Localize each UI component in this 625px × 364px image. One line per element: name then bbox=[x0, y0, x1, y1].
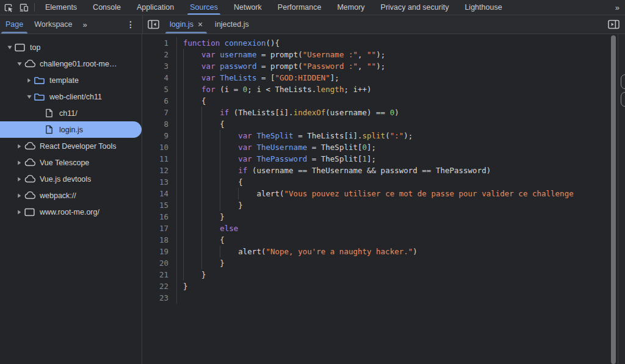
code-line[interactable]: 14alert("Vous pouvez utiliser ce mot de … bbox=[142, 188, 609, 199]
code-line[interactable]: 9var TheSplit = TheLists[i].split(":"); bbox=[142, 130, 609, 141]
line-number[interactable]: 16 bbox=[142, 211, 177, 223]
navigator-menu-button[interactable]: ⋮ bbox=[119, 15, 142, 34]
tree-collapsed-arrow-icon[interactable] bbox=[15, 209, 24, 215]
line-number[interactable]: 8 bbox=[142, 118, 177, 130]
code-line[interactable]: 21} bbox=[142, 269, 609, 280]
line-number[interactable]: 18 bbox=[142, 234, 177, 246]
code-line[interactable]: 19alert("Nope, you're a naughty hacker."… bbox=[142, 246, 609, 257]
code-line[interactable]: 18{ bbox=[142, 234, 609, 246]
line-number[interactable]: 13 bbox=[142, 176, 177, 188]
tree-expanded-arrow-icon[interactable] bbox=[24, 94, 34, 99]
tab-sources[interactable]: Sources bbox=[182, 0, 226, 15]
code-line[interactable]: 3var password = prompt("Password :", "")… bbox=[142, 60, 609, 72]
tab-lighthouse[interactable]: Lighthouse bbox=[457, 0, 510, 15]
tab-network[interactable]: Network bbox=[226, 0, 270, 15]
code-line[interactable]: 4var TheLists = ["GOD:HIDDEN"]; bbox=[142, 72, 609, 84]
code-line[interactable]: 2var username = prompt("Username :", "")… bbox=[142, 49, 609, 60]
indent-guides bbox=[183, 165, 238, 176]
code-line[interactable]: 13{ bbox=[142, 176, 609, 188]
folder-icon bbox=[34, 76, 45, 85]
code-line[interactable]: 15} bbox=[142, 199, 609, 211]
tree-expanded-arrow-icon[interactable] bbox=[15, 61, 24, 66]
tree-item-label: login.js bbox=[59, 126, 83, 134]
line-number[interactable]: 21 bbox=[142, 269, 177, 280]
editor-tab-injected-js[interactable]: injected.js bbox=[209, 15, 255, 34]
line-number[interactable]: 14 bbox=[142, 188, 177, 199]
tree-item-vue-js-devtools[interactable]: Vue.js devtools bbox=[0, 171, 142, 187]
tab-elements[interactable]: Elements bbox=[37, 0, 85, 15]
code-line[interactable]: 23 bbox=[142, 292, 609, 304]
tree-collapsed-arrow-icon[interactable] bbox=[15, 176, 24, 182]
tree-item-vue-telescope[interactable]: Vue Telescope bbox=[0, 154, 142, 171]
tree-item-ch11[interactable]: ch11/ bbox=[0, 105, 142, 121]
scrollbar-thumb[interactable] bbox=[611, 35, 616, 364]
navigator-tab-workspace[interactable]: Workspace bbox=[29, 15, 78, 34]
line-number[interactable]: 1 bbox=[142, 37, 177, 49]
tree-item-webpack[interactable]: webpack:// bbox=[0, 187, 142, 204]
code-line[interactable]: 12if (username == TheUsername && passwor… bbox=[142, 165, 609, 176]
code-line[interactable]: 20} bbox=[142, 257, 609, 269]
code-line[interactable]: 8{ bbox=[142, 118, 609, 130]
tree-collapsed-arrow-icon[interactable] bbox=[15, 143, 24, 149]
line-number[interactable]: 12 bbox=[142, 165, 177, 176]
line-number[interactable]: 23 bbox=[142, 292, 177, 304]
code-line[interactable]: 5for (i = 0; i < TheLists.length; i++) bbox=[142, 84, 609, 95]
line-number[interactable]: 19 bbox=[142, 246, 177, 257]
more-panels-button[interactable]: » bbox=[609, 0, 625, 15]
line-number[interactable]: 20 bbox=[142, 257, 177, 269]
tree-collapsed-arrow-icon[interactable] bbox=[15, 160, 24, 166]
line-number[interactable]: 6 bbox=[142, 95, 177, 107]
file-icon bbox=[43, 109, 55, 118]
line-number[interactable]: 11 bbox=[142, 153, 177, 165]
device-toolbar-icon[interactable] bbox=[16, 0, 32, 15]
toggle-navigator-sidebar-icon[interactable] bbox=[143, 15, 164, 34]
line-number[interactable]: 2 bbox=[142, 49, 177, 60]
code-editor[interactable]: 1function connexion(){2var username = pr… bbox=[142, 34, 609, 364]
editor-tab-login-js[interactable]: login.js× bbox=[164, 15, 209, 34]
close-tab-icon[interactable]: × bbox=[198, 20, 203, 29]
navigator-tab-page[interactable]: Page bbox=[0, 15, 29, 34]
navigator-tab-strip: PageWorkspace bbox=[0, 15, 78, 34]
line-number[interactable]: 4 bbox=[142, 72, 177, 84]
line-number[interactable]: 22 bbox=[142, 280, 177, 292]
folder-icon bbox=[34, 93, 45, 101]
tree-collapsed-arrow-icon[interactable] bbox=[24, 77, 34, 84]
more-navigator-tabs-button[interactable]: » bbox=[78, 15, 92, 34]
code-line[interactable]: 6{ bbox=[142, 95, 609, 107]
tab-performance[interactable]: Performance bbox=[270, 0, 330, 15]
tab-console[interactable]: Console bbox=[85, 0, 129, 15]
code-line[interactable]: 11var ThePassword = TheSplit[1]; bbox=[142, 153, 609, 165]
line-number[interactable]: 9 bbox=[142, 130, 177, 141]
tab-memory[interactable]: Memory bbox=[329, 0, 372, 15]
tab-application[interactable]: Application bbox=[129, 0, 182, 15]
tree-item-label: template bbox=[49, 76, 79, 85]
editor-scrollbar[interactable] bbox=[609, 34, 618, 364]
line-number[interactable]: 7 bbox=[142, 107, 177, 118]
code-text: function connexion(){ bbox=[177, 37, 280, 49]
code-text: } bbox=[177, 269, 206, 280]
code-line[interactable]: 16} bbox=[142, 211, 609, 223]
tree-expanded-arrow-icon[interactable] bbox=[5, 45, 14, 50]
tree-item-challenge01-root-me[interactable]: challenge01.root-me… bbox=[0, 55, 142, 72]
line-number[interactable]: 10 bbox=[142, 141, 177, 153]
tree-item-www-root-me-org[interactable]: www.root-me.org/ bbox=[0, 204, 142, 220]
indent-guides bbox=[183, 257, 220, 269]
tree-item-template[interactable]: template bbox=[0, 72, 142, 88]
line-number[interactable]: 5 bbox=[142, 84, 177, 95]
line-number[interactable]: 3 bbox=[142, 60, 177, 72]
code-line[interactable]: 10var TheUsername = TheSplit[0]; bbox=[142, 141, 609, 153]
code-line[interactable]: 7if (TheLists[i].indexOf(username) == 0) bbox=[142, 107, 609, 118]
line-number[interactable]: 15 bbox=[142, 199, 177, 211]
tree-item-web-client-ch11[interactable]: web-client/ch11 bbox=[0, 88, 142, 105]
toggle-debugger-sidebar-icon[interactable] bbox=[602, 15, 625, 34]
line-number[interactable]: 17 bbox=[142, 223, 177, 234]
code-line[interactable]: 22} bbox=[142, 280, 609, 292]
code-line[interactable]: 17else bbox=[142, 223, 609, 234]
tree-item-login-js[interactable]: login.js bbox=[0, 121, 142, 138]
tree-item-top[interactable]: top bbox=[0, 39, 142, 55]
tree-item-react-developer-tools[interactable]: React Developer Tools bbox=[0, 138, 142, 154]
code-line[interactable]: 1function connexion(){ bbox=[142, 37, 609, 49]
inspect-icon[interactable] bbox=[0, 0, 16, 15]
tab-privacy-and-security[interactable]: Privacy and security bbox=[373, 0, 457, 15]
tree-collapsed-arrow-icon[interactable] bbox=[15, 193, 24, 199]
